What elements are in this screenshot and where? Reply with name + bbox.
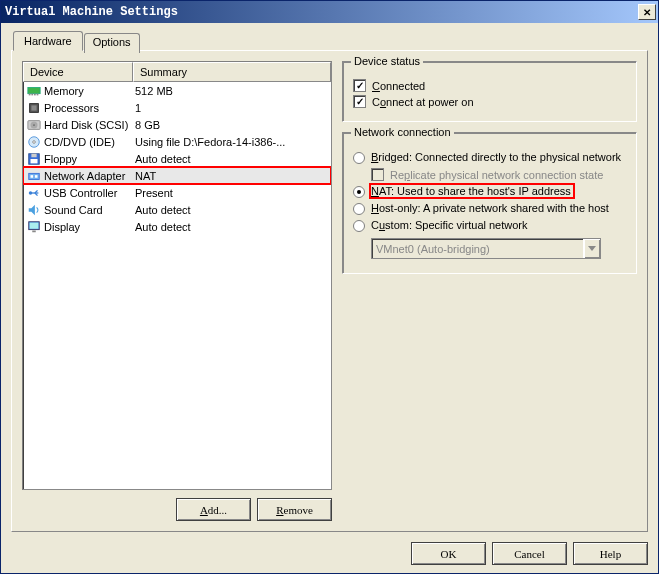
device-status-legend: Device status	[351, 55, 423, 67]
help-button[interactable]: Help	[573, 542, 648, 565]
device-row-display[interactable]: Display Auto detect	[23, 218, 331, 235]
device-row-sound[interactable]: Sound Card Auto detect	[23, 201, 331, 218]
svg-rect-3	[34, 93, 36, 95]
radio-custom[interactable]: Custom: Specific virtual network	[353, 219, 626, 232]
harddisk-icon	[27, 118, 41, 132]
memory-icon	[27, 84, 41, 98]
chevron-down-icon	[588, 246, 596, 252]
svg-rect-24	[30, 222, 39, 228]
svg-rect-14	[31, 159, 38, 163]
network-connection-group: Network connection Bridged: Connected di…	[342, 132, 637, 274]
radio-nat[interactable]: NAT: Used to share the host's IP address	[353, 185, 626, 198]
svg-rect-4	[37, 93, 39, 95]
tab-options[interactable]: Options	[84, 33, 140, 53]
svg-point-11	[33, 140, 36, 143]
dialog-buttons: OK Cancel Help	[1, 536, 658, 573]
device-status-group: Device status ✓ Connected ✓ Connect at p…	[342, 61, 637, 122]
device-row-network[interactable]: Network Adapter NAT	[23, 167, 331, 184]
radio-hostonly[interactable]: Host-only: A private network shared with…	[353, 202, 626, 215]
tab-bar: Hardware Options	[13, 31, 648, 51]
tab-hardware[interactable]: Hardware	[13, 31, 83, 51]
network-icon	[27, 169, 41, 183]
svg-rect-1	[29, 93, 31, 95]
svg-rect-17	[35, 175, 38, 178]
close-button[interactable]: ✕	[638, 4, 656, 20]
svg-rect-0	[28, 87, 40, 93]
dropdown-button	[583, 239, 600, 258]
device-list-header: Device Summary	[23, 62, 331, 82]
ok-button[interactable]: OK	[411, 542, 486, 565]
svg-rect-13	[31, 153, 36, 157]
header-summary[interactable]: Summary	[133, 62, 331, 82]
display-icon	[27, 220, 41, 234]
svg-rect-16	[31, 175, 34, 178]
svg-rect-25	[32, 230, 36, 232]
svg-rect-6	[31, 105, 36, 110]
floppy-icon	[27, 152, 41, 166]
device-row-harddisk[interactable]: Hard Disk (SCSI) 8 GB	[23, 116, 331, 133]
radio-bridged[interactable]: Bridged: Connected directly to the physi…	[353, 151, 626, 164]
device-row-cddvd[interactable]: CD/DVD (IDE) Using file D:\Fedora-14-i38…	[23, 133, 331, 150]
sound-icon	[27, 203, 41, 217]
svg-rect-15	[29, 173, 40, 179]
cpu-icon	[27, 101, 41, 115]
cancel-button[interactable]: Cancel	[492, 542, 567, 565]
svg-point-9	[33, 124, 35, 126]
device-list[interactable]: Device Summary Memory 512 MB Processors …	[22, 61, 332, 490]
connected-checkbox[interactable]: ✓ Connected	[353, 79, 626, 92]
add-button[interactable]: Add...	[176, 498, 251, 521]
device-row-processors[interactable]: Processors 1	[23, 99, 331, 116]
device-row-memory[interactable]: Memory 512 MB	[23, 82, 331, 99]
remove-button[interactable]: Remove	[257, 498, 332, 521]
network-connection-legend: Network connection	[351, 126, 454, 138]
device-row-floppy[interactable]: Floppy Auto detect	[23, 150, 331, 167]
window-title: Virtual Machine Settings	[5, 5, 638, 19]
custom-network-dropdown: VMnet0 (Auto-bridging)	[371, 238, 601, 259]
titlebar: Virtual Machine Settings ✕	[1, 1, 658, 23]
check-icon: ✓	[356, 80, 364, 91]
svg-marker-26	[588, 246, 596, 251]
device-row-usb[interactable]: USB Controller Present	[23, 184, 331, 201]
disc-icon	[27, 135, 41, 149]
usb-icon	[27, 186, 41, 200]
replicate-checkbox: Replicate physical network connection st…	[371, 168, 626, 181]
header-device[interactable]: Device	[23, 62, 133, 82]
svg-marker-22	[29, 204, 35, 215]
svg-rect-2	[31, 93, 33, 95]
check-icon: ✓	[356, 96, 364, 107]
connect-poweron-checkbox[interactable]: ✓ Connect at power on	[353, 95, 626, 108]
